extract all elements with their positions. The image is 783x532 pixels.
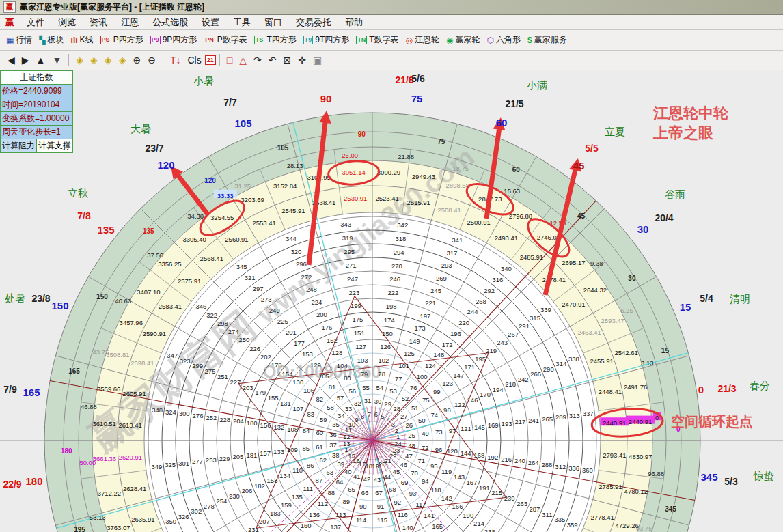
- toolbar-gann-wheel-button[interactable]: ◎江恩轮: [402, 33, 443, 47]
- nav-next-button[interactable]: ▶: [18, 54, 33, 66]
- step-row: 周天变化步长=1: [0, 126, 73, 139]
- triangle-tool-button[interactable]: △: [236, 54, 250, 66]
- spiral-number: 197: [420, 312, 430, 320]
- calc-support-button[interactable]: 计算支撑: [36, 139, 73, 153]
- outer-label: 20/4: [655, 212, 673, 223]
- spiral-number: 293: [441, 262, 452, 269]
- spiral-number: 115: [377, 516, 387, 524]
- degree-ring-label: 180: [61, 447, 72, 455]
- toolbar-quotes-button[interactable]: ▦行情: [3, 33, 36, 47]
- spiral-number: 325: [165, 461, 176, 468]
- diamond-left-button[interactable]: ◈: [72, 54, 87, 66]
- calendar-button[interactable]: 21: [205, 55, 216, 65]
- zoom-in-button[interactable]: ⊕: [129, 54, 144, 66]
- nav-up-button[interactable]: ▲: [33, 54, 49, 66]
- spiral-number: 194: [493, 386, 504, 393]
- toolbar-9p-square-button[interactable]: P99P四方形: [147, 33, 201, 47]
- menu-item-4[interactable]: 公式选股: [146, 16, 195, 29]
- spiral-number: 319: [342, 234, 353, 242]
- spiral-number: 242: [518, 376, 529, 383]
- toolbar-p-square-button[interactable]: PSP四方形: [97, 33, 147, 47]
- diamond-right-button[interactable]: ◈: [87, 54, 101, 66]
- toolbar-p-table-button[interactable]: PNP数字表: [200, 33, 251, 47]
- spiral-number: 5: [381, 412, 384, 420]
- spiral-number: 254: [216, 497, 227, 505]
- gann-wheel[interactable]: 赢家财富网www.yingjia360.comQQ:10080036001530…: [0, 70, 783, 532]
- price-ring-label: 2644.32: [583, 286, 607, 294]
- menu-item-7[interactable]: 窗口: [258, 16, 289, 29]
- spiral-number: 49: [422, 430, 429, 437]
- spiral-number: 247: [347, 275, 358, 283]
- percent-ring-label: 31.25: [234, 182, 251, 190]
- center-tool-button[interactable]: ✛: [294, 54, 310, 66]
- menu-item-1[interactable]: 浏览: [51, 16, 83, 29]
- spiral-number: 109: [287, 446, 298, 453]
- zoom-out-button[interactable]: ⊖: [144, 54, 159, 66]
- diamond-up-button[interactable]: ◈: [101, 54, 115, 66]
- price-ring-label: 3457.96: [120, 319, 143, 326]
- cls-button[interactable]: Cls: [184, 54, 204, 66]
- spiral-number: 7: [368, 410, 371, 418]
- spiral-number: 278: [204, 503, 215, 510]
- spiral-number: 249: [269, 307, 280, 314]
- toolbar-blocks-button[interactable]: ▚板块: [36, 33, 67, 47]
- spiral-number: 288: [542, 461, 553, 468]
- spiral-number: 191: [479, 484, 490, 492]
- trash-button[interactable]: ▣: [310, 54, 325, 66]
- price-ring-label: 2545.91: [281, 207, 305, 214]
- spiral-number: 177: [294, 339, 305, 347]
- spiral-number: 92: [394, 499, 401, 506]
- spiral-number: 23: [393, 447, 400, 454]
- price-ring-label: 2553.41: [252, 219, 275, 227]
- menu-item-9[interactable]: 帮助: [338, 16, 370, 29]
- rotate-ccw-button[interactable]: ↶: [265, 54, 280, 66]
- calc-resistance-button[interactable]: 计算阻力: [0, 139, 36, 153]
- spiral-number: 31: [364, 397, 372, 404]
- nav-down-button[interactable]: ▼: [49, 54, 65, 66]
- spiral-number: 196: [450, 330, 461, 337]
- price-ring-label: 3763.07: [107, 524, 130, 531]
- degree-ring-label: 120: [204, 177, 216, 184]
- spiral-number: 229: [219, 455, 230, 462]
- t-updown-button[interactable]: T↓: [167, 54, 184, 66]
- menu-item-0[interactable]: 文件: [20, 16, 51, 29]
- title-bar: 赢 赢家江恩专业版[赢家服务平台] - [上证指数 江恩轮]: [0, 0, 783, 15]
- toolbar-t-table-button[interactable]: TNT数字表: [353, 33, 402, 47]
- spiral-number: 168: [474, 451, 485, 459]
- menu-item-6[interactable]: 工具: [226, 16, 258, 29]
- spiral-number: 226: [249, 345, 260, 352]
- nav-prev-button[interactable]: ◀: [4, 54, 18, 66]
- spiral-number: 267: [508, 331, 519, 338]
- spiral-number: 349: [151, 463, 162, 471]
- spiral-number: 269: [436, 275, 447, 282]
- toolbar-winner-wheel-button[interactable]: ◉赢家轮: [443, 33, 483, 47]
- spiral-number: 95: [430, 462, 438, 470]
- price-ring-label: 2898.58: [446, 182, 469, 189]
- spiral-number: 230: [229, 492, 240, 500]
- rect-tool-button[interactable]: □: [223, 54, 236, 66]
- toolbar-t-square-button[interactable]: TST四方形: [251, 33, 300, 47]
- spiral-number: 225: [277, 318, 288, 325]
- toolbar-9t-square-button[interactable]: T99T四方形: [300, 33, 353, 47]
- spiral-number: 266: [530, 370, 541, 378]
- price-ring-label: 3305.40: [182, 236, 206, 243]
- percent-ring-label: 3.13: [641, 359, 654, 367]
- rotate-cw-button[interactable]: ↷: [250, 54, 265, 66]
- menu-item-2[interactable]: 资讯: [83, 16, 114, 29]
- spiral-number: 244: [467, 308, 478, 316]
- menu-item-5[interactable]: 设置: [195, 16, 226, 29]
- spiral-number: 70: [411, 469, 418, 477]
- toolbar-hexagon-button[interactable]: ⬡六角形: [484, 33, 524, 47]
- menu-item-8[interactable]: 交易委托: [289, 16, 338, 29]
- spiral-number: 121: [461, 425, 471, 432]
- spiral-number: 62: [319, 456, 327, 464]
- outer-label: 5/3: [724, 476, 738, 487]
- menu-item-3[interactable]: 江恩: [114, 16, 146, 29]
- diamond-down-button[interactable]: ◈: [115, 54, 130, 66]
- degree-ring-label: 15: [661, 347, 670, 354]
- toolbar-kline-button[interactable]: ılıK线: [68, 33, 97, 47]
- spiral-number: 78: [378, 370, 385, 378]
- toolbar-winner-service-button[interactable]: $赢家服务: [524, 33, 571, 47]
- price-ring-label: 2455.91: [590, 357, 613, 365]
- box-x-button[interactable]: ⊠: [279, 54, 294, 66]
